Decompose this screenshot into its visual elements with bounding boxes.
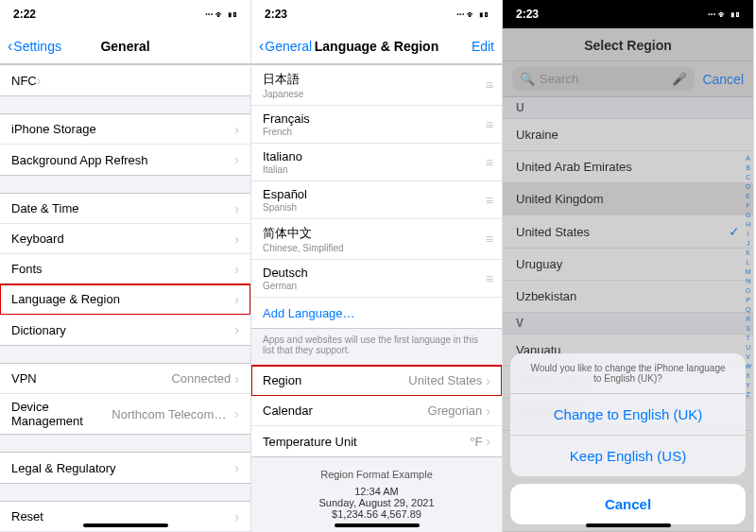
chevron-right-icon: › <box>234 509 239 524</box>
chevron-right-icon: › <box>234 322 239 337</box>
row-keyboard[interactable]: Keyboard› <box>0 224 250 254</box>
home-indicator[interactable] <box>335 523 420 527</box>
chevron-right-icon: › <box>486 373 490 388</box>
sheet-cancel-button[interactable]: Cancel <box>510 484 746 524</box>
status-bar: 2:23 ··· ᯤ ▮▯ <box>503 0 753 28</box>
chevron-right-icon: › <box>234 201 239 216</box>
status-icons: ··· ᯤ ▮▯ <box>456 9 489 20</box>
chevron-right-icon: › <box>486 434 490 449</box>
action-sheet: Would you like to change the iPhone lang… <box>503 346 753 532</box>
lang-region-list: 日本語Japanese≡ FrançaisFrench≡ ItalianoIta… <box>251 64 502 532</box>
chevron-right-icon: › <box>234 406 239 421</box>
drag-handle-icon[interactable]: ≡ <box>486 193 490 208</box>
lang-row[interactable]: EspañolSpanish≡ <box>251 181 502 219</box>
change-language-button[interactable]: Change to English (UK) <box>510 394 746 436</box>
chevron-right-icon: › <box>234 371 239 386</box>
drag-handle-icon[interactable]: ≡ <box>486 77 490 93</box>
footer-note: Apps and websites will use the first lan… <box>251 329 502 365</box>
status-time: 2:22 <box>13 8 36 21</box>
row-region[interactable]: RegionUnited States› <box>251 366 502 396</box>
home-indicator[interactable] <box>586 523 671 527</box>
row-date-time[interactable]: Date & Time› <box>0 194 250 224</box>
row-vpn[interactable]: VPNConnected› <box>0 364 250 394</box>
row-legal[interactable]: Legal & Regulatory› <box>0 453 250 483</box>
status-bar: 2:22 ··· ᯤ ▮▯ <box>0 0 250 28</box>
status-time: 2:23 <box>516 8 539 21</box>
chevron-right-icon: › <box>234 262 239 277</box>
status-icons: ··· ᯤ ▮▯ <box>205 9 237 20</box>
lang-row[interactable]: 日本語Japanese≡ <box>251 65 502 106</box>
lang-row[interactable]: ItalianoItalian≡ <box>251 144 502 181</box>
row-iphone-storage[interactable]: iPhone Storage› <box>0 114 250 145</box>
status-icons: ··· ᯤ ▮▯ <box>708 9 740 20</box>
drag-handle-icon[interactable]: ≡ <box>486 155 490 170</box>
nav-bar: ‹ General Language & Region Edit <box>251 28 502 64</box>
row-fonts[interactable]: Fonts› <box>0 254 250 284</box>
chevron-right-icon: › <box>37 73 42 88</box>
chevron-left-icon: ‹ <box>8 38 12 55</box>
back-button[interactable]: ‹ Settings <box>8 38 61 55</box>
chevron-right-icon: › <box>486 403 490 419</box>
chevron-right-icon: › <box>234 152 239 167</box>
home-indicator[interactable] <box>83 523 168 527</box>
edit-button[interactable]: Edit <box>472 39 494 54</box>
chevron-right-icon: › <box>234 460 239 475</box>
screen-general: 2:22 ··· ᯤ ▮▯ ‹ Settings General NFC› iP… <box>0 0 251 532</box>
chevron-right-icon: › <box>234 292 239 307</box>
drag-handle-icon[interactable]: ≡ <box>486 232 490 247</box>
screen-language-region: 2:23 ··· ᯤ ▮▯ ‹ General Language & Regio… <box>251 0 503 532</box>
settings-list: NFC› iPhone Storage› Background App Refr… <box>0 64 250 532</box>
row-bg-app-refresh[interactable]: Background App Refresh› <box>0 145 250 175</box>
back-button[interactable]: ‹ General <box>259 38 312 55</box>
status-time: 2:23 <box>265 8 287 21</box>
row-calendar[interactable]: CalendarGregorian› <box>251 396 502 426</box>
chevron-right-icon: › <box>234 122 239 137</box>
row-temperature[interactable]: Temperature Unit°F› <box>251 426 502 456</box>
lang-row[interactable]: DeutschGerman≡ <box>251 260 502 298</box>
lang-row[interactable]: 简体中文Chinese, Simplified≡ <box>251 219 502 260</box>
nav-bar: ‹ Settings General <box>0 28 250 64</box>
lang-row[interactable]: FrançaisFrench≡ <box>251 106 502 144</box>
status-bar: 2:23 ··· ᯤ ▮▯ <box>251 0 502 28</box>
drag-handle-icon[interactable]: ≡ <box>486 271 490 286</box>
drag-handle-icon[interactable]: ≡ <box>486 117 490 132</box>
screen-select-region: 2:23 ··· ᯤ ▮▯ Select Region 🔍 Search 🎤 C… <box>503 0 754 532</box>
region-format-example: Region Format Example 12:34 AM Sunday, A… <box>251 457 502 531</box>
row-reset[interactable]: Reset› <box>0 502 250 532</box>
row-dictionary[interactable]: Dictionary› <box>0 315 250 345</box>
row-nfc[interactable]: NFC› <box>0 65 250 95</box>
add-language-button[interactable]: Add Language… <box>251 298 502 328</box>
sheet-message: Would you like to change the iPhone lang… <box>510 353 746 394</box>
chevron-right-icon: › <box>234 232 239 247</box>
row-device-management[interactable]: Device Management Northcom Telecommun…› <box>0 394 250 434</box>
chevron-left-icon: ‹ <box>259 38 264 55</box>
row-language-region[interactable]: Language & Region› <box>0 284 250 315</box>
keep-language-button[interactable]: Keep English (US) <box>510 436 746 476</box>
